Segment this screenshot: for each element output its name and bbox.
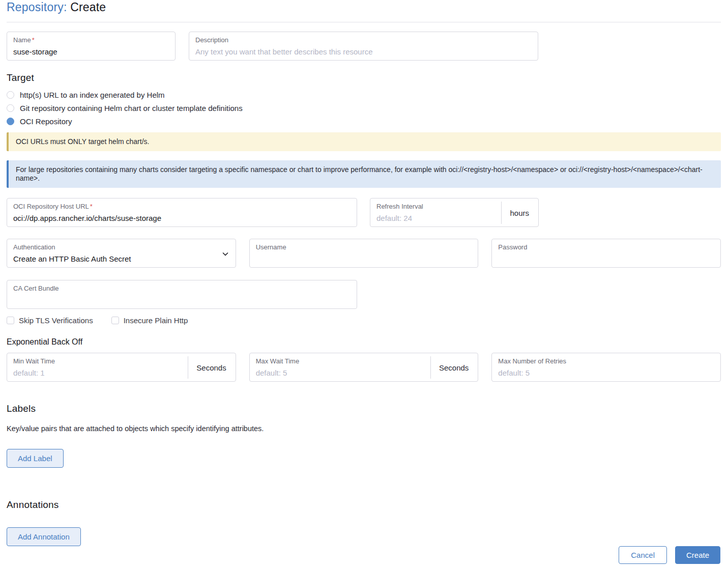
- name-field[interactable]: Name*: [7, 32, 176, 61]
- add-label-button[interactable]: Add Label: [7, 449, 64, 468]
- max-wait-field[interactable]: Max Wait Time Seconds: [249, 353, 479, 382]
- oci-url-row: OCI Repository Host URL* Refresh Interva…: [7, 198, 721, 227]
- name-label: Name*: [13, 36, 169, 44]
- page-title-resource: Repository:: [7, 1, 67, 14]
- backoff-row: Min Wait Time Seconds Max Wait Time Seco…: [7, 353, 721, 382]
- username-label: Username: [256, 243, 472, 251]
- checkbox-unchecked-icon[interactable]: [111, 317, 119, 324]
- oci-url-field[interactable]: OCI Repository Host URL*: [7, 198, 357, 227]
- ca-cert-row: CA Cert Bundle: [7, 280, 721, 309]
- description-input[interactable]: [195, 47, 532, 57]
- refresh-interval-unit: hours: [501, 202, 532, 224]
- ca-cert-input[interactable]: [13, 295, 351, 305]
- password-field[interactable]: Password: [491, 239, 721, 268]
- min-wait-label: Min Wait Time: [13, 357, 182, 365]
- warning-banner: OCI URLs must ONLY target helm chart/s.: [7, 132, 721, 151]
- page-title-mode: Create: [70, 1, 106, 14]
- password-input[interactable]: [498, 254, 714, 264]
- max-wait-unit: Seconds: [430, 356, 472, 379]
- oci-url-input[interactable]: [13, 213, 351, 223]
- target-heading: Target: [7, 72, 721, 83]
- min-wait-unit: Seconds: [188, 356, 229, 379]
- backoff-heading: Exponential Back Off: [7, 337, 721, 347]
- cancel-button[interactable]: Cancel: [619, 546, 667, 564]
- target-option-oci-repository[interactable]: OCI Repository: [7, 117, 721, 126]
- ca-cert-field[interactable]: CA Cert Bundle: [7, 280, 357, 309]
- description-field[interactable]: Description: [189, 32, 538, 61]
- authentication-row: Authentication Create an HTTP Basic Auth…: [7, 239, 721, 268]
- name-description-row: Name* Description: [7, 32, 721, 61]
- max-wait-label: Max Wait Time: [256, 357, 424, 365]
- required-marker: *: [32, 36, 35, 44]
- username-field[interactable]: Username: [249, 239, 479, 268]
- page-title: Repository: Create: [7, 0, 721, 14]
- min-wait-field[interactable]: Min Wait Time Seconds: [7, 353, 236, 382]
- max-retries-label: Max Number of Retries: [498, 357, 714, 365]
- refresh-interval-field[interactable]: Refresh Interval hours: [370, 198, 539, 227]
- repository-create-page: Repository: Create Name* Description Tar…: [0, 0, 728, 546]
- radio-unselected-icon[interactable]: [7, 91, 14, 99]
- ca-cert-label: CA Cert Bundle: [13, 285, 351, 293]
- labels-description: Key/value pairs that are attached to obj…: [7, 424, 721, 433]
- warning-banner-text: OCI URLs must ONLY target helm chart/s.: [16, 137, 149, 146]
- authentication-label: Authentication: [13, 243, 217, 251]
- description-label: Description: [195, 36, 532, 44]
- add-annotation-button[interactable]: Add Annotation: [7, 527, 81, 546]
- header-divider: [7, 22, 721, 22]
- insecure-http-checkbox[interactable]: Insecure Plain Http: [111, 316, 188, 325]
- min-wait-input[interactable]: [13, 368, 182, 378]
- name-input[interactable]: [13, 47, 169, 57]
- max-retries-field[interactable]: Max Number of Retries: [491, 353, 721, 382]
- tls-options-row: Skip TLS Verifications Insecure Plain Ht…: [7, 316, 721, 325]
- info-banner: For large repositories containing many c…: [7, 160, 721, 188]
- create-button[interactable]: Create: [675, 546, 720, 564]
- max-retries-input[interactable]: [498, 368, 714, 378]
- annotations-heading: Annotations: [7, 499, 721, 511]
- labels-heading: Labels: [7, 403, 721, 414]
- checkbox-unchecked-icon[interactable]: [7, 317, 14, 324]
- authentication-selected-value: Create an HTTP Basic Auth Secret: [13, 254, 217, 264]
- authentication-select[interactable]: Authentication Create an HTTP Basic Auth…: [7, 239, 236, 268]
- target-option-http-url[interactable]: http(s) URL to an index generated by Hel…: [7, 91, 721, 99]
- target-radio-group: http(s) URL to an index generated by Hel…: [7, 91, 721, 126]
- radio-selected-icon[interactable]: [7, 118, 14, 125]
- username-input[interactable]: [256, 254, 472, 264]
- password-label: Password: [498, 243, 714, 251]
- oci-url-label: OCI Repository Host URL*: [13, 203, 351, 211]
- radio-unselected-icon[interactable]: [7, 104, 14, 112]
- refresh-interval-input[interactable]: [376, 213, 495, 223]
- footer-actions: Cancel Create: [619, 546, 720, 564]
- required-marker: *: [90, 203, 93, 210]
- info-banner-text: For large repositories containing many c…: [16, 165, 703, 182]
- max-wait-input[interactable]: [256, 368, 424, 378]
- skip-tls-checkbox[interactable]: Skip TLS Verifications: [7, 316, 93, 325]
- chevron-down-icon[interactable]: [221, 243, 229, 264]
- refresh-interval-label: Refresh Interval: [376, 203, 495, 211]
- target-option-git-repository[interactable]: Git repository containing Helm chart or …: [7, 104, 721, 112]
